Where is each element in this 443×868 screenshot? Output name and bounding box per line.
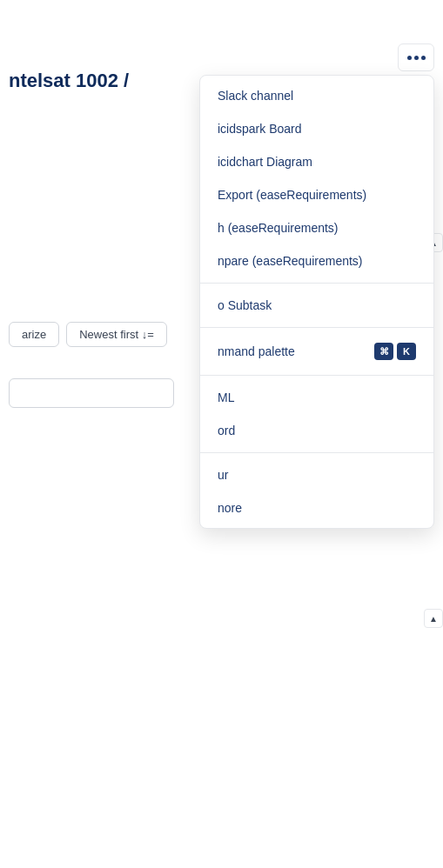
menu-divider-4 — [200, 452, 433, 453]
dot-1 — [407, 56, 412, 60]
shortcut-cmd-key: ⌘ — [374, 343, 393, 360]
menu-item-ur[interactable]: ur — [200, 458, 433, 491]
shortcut-k-key: K — [397, 343, 416, 360]
sort-button[interactable]: Newest first ↓= — [66, 322, 167, 347]
menu-item-ord[interactable]: ord — [200, 414, 433, 447]
menu-item-label: ML — [218, 391, 234, 404]
menu-item-label: icidchart Diagram — [218, 155, 312, 169]
menu-item-slack-channel[interactable]: Slack channel — [200, 79, 433, 112]
menu-item-subtask[interactable]: o Subtask — [200, 289, 433, 322]
menu-item-label: icidspark Board — [218, 122, 302, 136]
menu-item-h-ease[interactable]: h (easeRequirements) — [200, 211, 433, 244]
menu-item-icidspark-board[interactable]: icidspark Board — [200, 112, 433, 145]
dot-2 — [414, 56, 419, 60]
menu-item-nore[interactable]: nore — [200, 491, 433, 524]
menu-divider-2 — [200, 327, 433, 328]
menu-item-label: Export (easeRequirements) — [218, 188, 366, 202]
menu-item-export-ease[interactable]: Export (easeRequirements) — [200, 178, 433, 211]
menu-item-ml[interactable]: ML — [200, 381, 433, 414]
menu-item-label: Slack channel — [218, 89, 293, 103]
menu-item-label: ur — [218, 468, 228, 482]
menu-section-ml: ML ord — [200, 377, 433, 451]
more-dots-icon — [407, 56, 426, 60]
menu-item-label: o Subtask — [218, 298, 272, 312]
more-options-button[interactable] — [398, 43, 434, 71]
menu-divider-3 — [200, 375, 433, 376]
menu-item-label: ord — [218, 424, 235, 437]
scroll-down-button[interactable]: ▲ — [424, 609, 443, 628]
keyboard-shortcut: ⌘ K — [374, 343, 416, 360]
chevron-down-icon: ▲ — [429, 614, 438, 624]
menu-item-label: nore — [218, 501, 242, 515]
summarize-button[interactable]: arize — [9, 322, 59, 347]
dot-3 — [421, 56, 426, 60]
page-title: ntelsat 1002 / — [9, 70, 129, 92]
menu-section-subtask: o Subtask — [200, 285, 433, 325]
menu-item-command-palette[interactable]: nmand palette ⌘ K — [200, 333, 433, 370]
menu-item-npare-ease[interactable]: npare (easeRequirements) — [200, 244, 433, 277]
search-input[interactable] — [9, 378, 174, 408]
menu-section-integrations: Slack channel icidspark Board icidchart … — [200, 76, 433, 281]
menu-item-label: nmand palette — [218, 344, 295, 358]
menu-section-command: nmand palette ⌘ K — [200, 330, 433, 373]
menu-item-label: npare (easeRequirements) — [218, 254, 363, 268]
menu-item-icidchart-diagram[interactable]: icidchart Diagram — [200, 145, 433, 178]
menu-item-label: h (easeRequirements) — [218, 221, 339, 235]
menu-divider-1 — [200, 283, 433, 284]
dropdown-menu: Slack channel icidspark Board icidchart … — [199, 75, 434, 529]
toolbar: arize Newest first ↓= — [0, 322, 176, 347]
menu-section-bottom: ur nore — [200, 455, 433, 528]
